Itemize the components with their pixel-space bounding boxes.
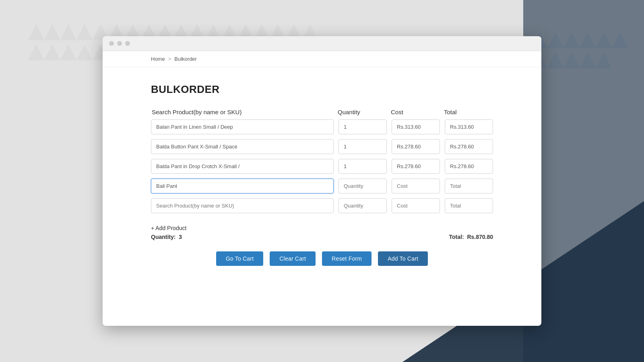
cost-input-1[interactable] xyxy=(392,119,440,134)
table-row xyxy=(151,139,493,154)
reset-form-button[interactable]: Reset Form xyxy=(322,251,372,266)
browser-chrome xyxy=(103,36,541,51)
svg-marker-35 xyxy=(612,32,628,48)
breadcrumb-home[interactable]: Home xyxy=(151,56,165,62)
svg-marker-32 xyxy=(564,32,580,48)
svg-marker-7 xyxy=(76,24,93,40)
quantity-input-1[interactable] xyxy=(339,119,387,134)
browser-dot-2 xyxy=(117,41,122,46)
header-product: Search Product(by name or SKU) xyxy=(152,109,333,115)
quantity-input-4[interactable] xyxy=(339,179,387,193)
quantity-value: 3 xyxy=(179,234,182,240)
svg-marker-37 xyxy=(547,52,564,68)
table-row xyxy=(151,198,493,213)
cost-input-5[interactable] xyxy=(392,198,440,213)
add-to-cart-button[interactable]: Add To Cart xyxy=(378,251,428,266)
quantity-input-2[interactable] xyxy=(339,139,387,154)
quantity-input-3[interactable] xyxy=(339,159,387,174)
product-input-1[interactable] xyxy=(151,119,334,134)
cost-input-2[interactable] xyxy=(392,139,440,154)
cost-input-4[interactable] xyxy=(392,179,440,193)
page-title: BULKORDER xyxy=(151,83,493,96)
table-header: Search Product(by name or SKU) Quantity … xyxy=(151,109,493,115)
bulk-order-table: Search Product(by name or SKU) Quantity … xyxy=(151,109,493,213)
svg-marker-31 xyxy=(547,32,564,48)
table-row xyxy=(151,179,493,193)
main-content: BULKORDER Search Product(by name or SKU)… xyxy=(103,67,541,326)
header-total: Total xyxy=(444,109,492,115)
summary-section: + Add Product Quantity: 3 Total: Rs.870.… xyxy=(151,221,493,240)
svg-marker-34 xyxy=(596,32,612,48)
clear-cart-button[interactable]: Clear Cart xyxy=(270,251,316,266)
product-input-3[interactable] xyxy=(151,159,334,174)
svg-marker-39 xyxy=(580,52,596,68)
browser-dot-1 xyxy=(109,41,114,46)
total-summary: Total: Rs.870.80 xyxy=(449,234,493,240)
svg-marker-38 xyxy=(564,52,580,68)
table-rows xyxy=(151,119,493,213)
total-input-1[interactable] xyxy=(445,119,493,134)
svg-marker-22 xyxy=(28,44,44,60)
breadcrumb-current: Bulkorder xyxy=(174,56,197,62)
add-product-link[interactable]: + Add Product xyxy=(151,225,186,231)
browser-dot-3 xyxy=(125,41,130,46)
svg-marker-5 xyxy=(44,24,60,40)
table-row xyxy=(151,159,493,174)
go-to-cart-button[interactable]: Go To Cart xyxy=(216,251,263,266)
total-input-4[interactable] xyxy=(445,179,493,193)
total-input-2[interactable] xyxy=(445,139,493,154)
svg-marker-33 xyxy=(580,32,596,48)
product-input-2[interactable] xyxy=(151,139,334,154)
svg-marker-4 xyxy=(28,24,44,40)
header-cost: Cost xyxy=(391,109,439,115)
total-input-5[interactable] xyxy=(445,198,493,213)
quantity-total-row: Quantity: 3 Total: Rs.870.80 xyxy=(151,234,493,240)
svg-marker-24 xyxy=(60,44,76,60)
browser-window: Home > Bulkorder BULKORDER Search Produc… xyxy=(103,36,541,326)
buttons-row: Go To Cart Clear Cart Reset Form Add To … xyxy=(151,251,493,266)
svg-rect-3 xyxy=(523,0,644,362)
total-label-text: Total: xyxy=(449,234,464,240)
svg-marker-40 xyxy=(596,52,612,68)
cost-input-3[interactable] xyxy=(392,159,440,174)
product-input-5[interactable] xyxy=(151,198,334,213)
svg-marker-6 xyxy=(60,24,76,40)
breadcrumb: Home > Bulkorder xyxy=(103,51,541,67)
quantity-summary: Quantity: 3 xyxy=(151,234,182,240)
table-row xyxy=(151,119,493,134)
total-value: Rs.870.80 xyxy=(467,234,493,240)
svg-marker-25 xyxy=(76,44,93,60)
svg-marker-23 xyxy=(44,44,60,60)
header-quantity: Quantity xyxy=(338,109,386,115)
quantity-label-text: Quantity: xyxy=(151,234,175,240)
quantity-input-5[interactable] xyxy=(339,198,387,213)
breadcrumb-separator: > xyxy=(168,56,171,62)
total-input-3[interactable] xyxy=(445,159,493,174)
product-input-4[interactable] xyxy=(151,179,334,193)
